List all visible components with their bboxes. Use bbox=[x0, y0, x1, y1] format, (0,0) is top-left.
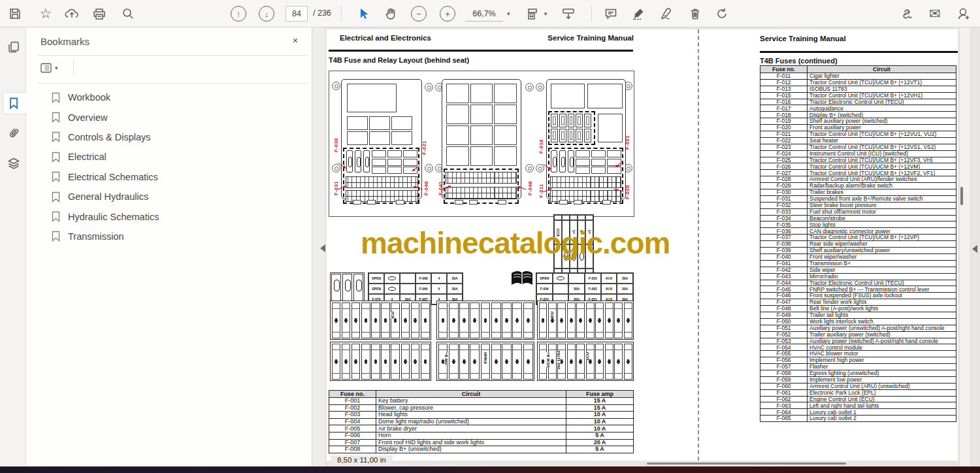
bookmark-options-button[interactable]: ▾ bbox=[41, 60, 68, 76]
table-row: F-004Dome light map/radio (unswitched)10… bbox=[329, 418, 634, 425]
table-row: F-062Engine Control Unit (ECU) bbox=[760, 396, 956, 402]
column-header: Circuit bbox=[376, 391, 566, 398]
table-row: F-065Luxury cab outlet 2 bbox=[760, 416, 956, 422]
page-up-icon[interactable]: ↑ bbox=[229, 5, 248, 23]
hand-tool-icon[interactable] bbox=[381, 5, 400, 23]
table-row: F-056Implement high power bbox=[760, 357, 956, 364]
fuse-relay-diagram: F-030 F-021 F-031 F-040 F-041 F-048 F-01… bbox=[329, 71, 634, 217]
table-row: F-011Cigar lighter bbox=[760, 73, 956, 80]
table-row: F-019Shelf auxiliary power (switched) bbox=[760, 118, 956, 125]
table-row: F-020Front auxiliary power bbox=[760, 125, 956, 131]
table-row: F-001Key battery15 A bbox=[329, 398, 634, 405]
add-person-icon[interactable] bbox=[954, 5, 973, 23]
table-row: F-040Front wiper/washer bbox=[760, 253, 956, 260]
bookmark-icon bbox=[51, 211, 61, 222]
link-icon[interactable] bbox=[897, 5, 917, 23]
table-row: F-046Front suspended (FSUS) axle lockout bbox=[760, 293, 956, 299]
collapse-panel-arrow-icon[interactable] bbox=[316, 244, 325, 252]
panel-title: Bookmarks bbox=[41, 36, 90, 47]
bookmark-icon bbox=[51, 112, 61, 123]
table-row: F-050Work light interlock switch bbox=[760, 318, 956, 325]
table-row: F-041Transmission B+ bbox=[760, 260, 956, 267]
fuse-strip bbox=[436, 301, 534, 340]
table-row: F-026Tractor Control Unit (TCU)/UCM B+ (… bbox=[760, 163, 956, 170]
fuse-strip bbox=[537, 301, 634, 340]
find-icon[interactable] bbox=[118, 5, 138, 23]
section-title-continued: T4B Fuses (continued) bbox=[760, 57, 838, 65]
zoom-in-icon[interactable]: + bbox=[438, 5, 457, 23]
close-icon[interactable]: × bbox=[288, 35, 302, 46]
scroll-mode-icon[interactable] bbox=[559, 5, 578, 23]
table-row: F-043Mirror/radio bbox=[760, 273, 956, 280]
email-icon[interactable]: ✉ bbox=[925, 5, 945, 23]
document-pane: Electrical and Electronics Service Train… bbox=[312, 27, 980, 466]
page-down-icon[interactable]: ↓ bbox=[257, 5, 276, 23]
page-count-label: / 236 bbox=[313, 8, 331, 18]
comment-icon[interactable] bbox=[601, 5, 621, 23]
bookmark-item-controls-displays[interactable]: Controls & Displays bbox=[26, 127, 312, 147]
zoom-out-icon[interactable]: − bbox=[409, 5, 429, 23]
fill-sign-icon[interactable] bbox=[657, 5, 676, 23]
page-thumbnails-icon[interactable] bbox=[3, 37, 24, 57]
divider bbox=[73, 59, 74, 77]
table-row: F-044Tractor Electronic Control Unit (TE… bbox=[760, 280, 956, 286]
table-row: F-036CAN diagnostic connector power bbox=[760, 228, 956, 235]
share-cloud-icon[interactable] bbox=[62, 5, 82, 23]
table-row: F-060Armrest Control Unit (ARU) (unswitc… bbox=[760, 383, 956, 389]
bookmark-item-electrical-schematics[interactable]: Electrical Schematics bbox=[26, 167, 312, 187]
bookmark-item-workbook[interactable]: Workbook bbox=[26, 88, 312, 107]
table-row: F-016Tractor Electronic Control Unit (TE… bbox=[760, 99, 956, 105]
bookmark-item-electrical[interactable]: Electrical bbox=[26, 147, 312, 167]
table-row: F-047Rear fender work lights bbox=[760, 299, 956, 306]
bookmark-item-overview[interactable]: Overview bbox=[26, 107, 312, 127]
attachments-icon[interactable] bbox=[3, 122, 24, 143]
toolbar: ☆ ↑ ↓ 84 / 236 − + 66,7% ▾ ▾ ✉ bbox=[0, 0, 980, 27]
zoom-dropdown-caret[interactable]: ▾ bbox=[507, 10, 510, 17]
save-icon[interactable] bbox=[5, 5, 25, 23]
diagram-callout: F-011 bbox=[538, 184, 544, 198]
highlight-icon[interactable] bbox=[629, 5, 649, 23]
diagram-callout: F-010 bbox=[538, 139, 544, 154]
table-row: F-018Display B+ (switched) bbox=[760, 112, 956, 118]
select-tool-icon[interactable] bbox=[353, 5, 373, 23]
table-row: F-048Belt line (A-post)/work lights bbox=[760, 306, 956, 312]
print-icon[interactable] bbox=[90, 5, 109, 23]
collapse-panel-arrow-icon[interactable] bbox=[968, 245, 977, 253]
table-row: F-055HVAC blower motor bbox=[760, 351, 956, 357]
table-row: F-008Display B+ (unswitched)5 A bbox=[329, 446, 634, 453]
table-row: F-064Luxury cab outlet 1 bbox=[760, 409, 956, 416]
table-row: F-023Tractor Control Unit (TCU)/UCM B+ (… bbox=[760, 144, 956, 150]
table-row: F-037Tractor Control Unit (TCU)/UCM B+ (… bbox=[760, 235, 956, 241]
bookmark-item-hydraulic-schematics[interactable]: Hydraulic Schematics bbox=[26, 206, 312, 226]
diagram-callout: F-020 bbox=[625, 185, 630, 199]
fuse-strip bbox=[537, 342, 634, 381]
table-row: F-052Trailer auxiliary power (switched) bbox=[760, 331, 956, 338]
manual-book-icon bbox=[510, 270, 534, 291]
fit-width-icon[interactable]: ▾ bbox=[525, 5, 549, 23]
table-row: F-030Trailer brakes bbox=[760, 189, 956, 196]
layers-icon[interactable] bbox=[3, 153, 24, 174]
bookmark-item-transmission[interactable]: Transmission bbox=[26, 227, 312, 246]
star-icon[interactable]: ☆ bbox=[36, 5, 56, 23]
horizontal-scrollbar-thumb[interactable] bbox=[647, 463, 846, 465]
page-size-indicator: 8,50 x 11,00 in bbox=[331, 455, 393, 465]
page-number-input[interactable]: 84 bbox=[286, 6, 308, 22]
diagram-callout: F-031 bbox=[333, 181, 339, 195]
delete-icon[interactable] bbox=[685, 5, 705, 23]
watermark: machinecatalogic.com bbox=[361, 225, 713, 261]
table-row: F-034Beacon/strobe bbox=[760, 215, 956, 221]
bookmarks-panel-icon[interactable] bbox=[3, 93, 24, 114]
table-row: F-031Suspended front axle B+/Remote valv… bbox=[760, 195, 956, 202]
rotate-icon[interactable] bbox=[712, 5, 732, 23]
table-row: F-054HVAC control module bbox=[760, 344, 956, 351]
bookmark-item-general-hydraulics[interactable]: General Hydraulics bbox=[26, 187, 312, 206]
zoom-level-value[interactable]: 66,7% bbox=[465, 6, 503, 22]
bookmark-icon bbox=[51, 92, 61, 103]
table-row: F-038Rear side wiper/washer bbox=[760, 241, 956, 248]
diagram-callout: F-001 bbox=[625, 135, 630, 150]
table-row: F-028Armrest Control Unit (ARU)/fender s… bbox=[760, 176, 956, 183]
diagram-callout: F-041 bbox=[438, 181, 444, 195]
table-row: F-005Air brake dryer10 A bbox=[329, 425, 634, 432]
vertical-scrollbar-thumb[interactable] bbox=[960, 187, 963, 205]
table-row: F-032Steer brake boost pressure bbox=[760, 202, 956, 208]
